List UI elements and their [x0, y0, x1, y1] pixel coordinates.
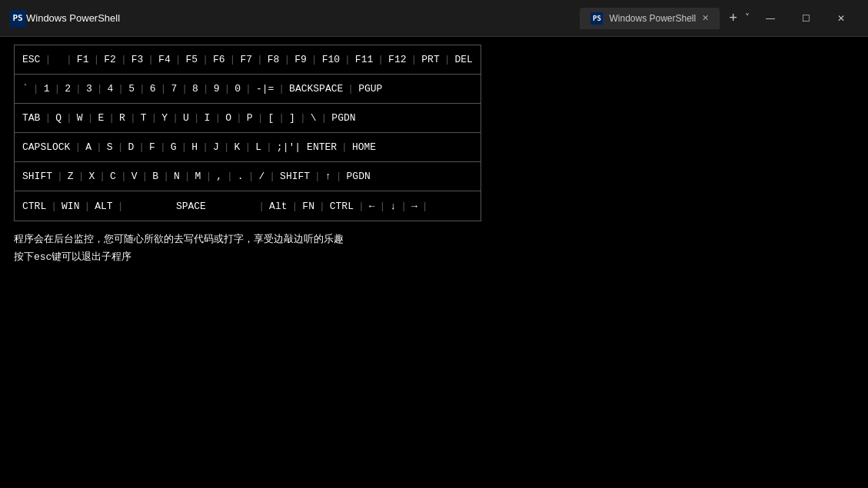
key-rshift: SHIFT [277, 171, 313, 182]
tab-dropdown-button[interactable]: ˅ [742, 12, 753, 24]
app-title: Windows PowerShell [26, 12, 572, 24]
key-e: E [95, 112, 107, 124]
key-g: G [168, 141, 180, 153]
key-f9: F9 [291, 54, 310, 65]
key-prt: PRT [418, 54, 442, 65]
key-a: A [82, 141, 95, 153]
key-rbracket: ] [286, 112, 298, 124]
key-9: 9 [211, 83, 223, 95]
key-pgdn-row3: PGDN [328, 112, 358, 124]
maximize-button[interactable]: ☐ [788, 6, 823, 31]
key-7: 7 [168, 83, 180, 95]
key-n: N [171, 171, 183, 182]
key-tab: TAB [19, 112, 43, 124]
key-enter: ENTER [304, 141, 340, 153]
keyboard-row-4: CAPSLOCK | A | S | D | F | G | H | J | K… [15, 133, 481, 162]
keyboard-row-2: ` | 1 | 2 | 3 | 4 | 5 | 6 | 7 | 8 | 9 | … [15, 75, 481, 104]
key-f5: F5 [183, 54, 201, 65]
key-capslock: CAPSLOCK [19, 141, 73, 153]
key-home: HOME [349, 141, 379, 153]
key-s: S [104, 141, 116, 153]
keyboard-row-3: TAB | Q | W | E | R | T | Y | U | I | O … [15, 104, 481, 133]
key-space: SPACE [125, 201, 257, 212]
keyboard-display: ESC | | F1 | F2 | F3 | F4 | F5 | F6 | F7… [14, 45, 481, 221]
key-win: WIN [58, 201, 82, 212]
key-ralt: Alt [266, 201, 290, 212]
key-semicolon-quote: ;|'| [274, 141, 304, 153]
key-pgdn-row5: PGDN [344, 171, 374, 182]
minimize-button[interactable]: — [753, 6, 788, 31]
terminal-window[interactable]: ESC | | F1 | F2 | F3 | F4 | F5 | F6 | F7… [0, 37, 868, 488]
key-m: M [192, 171, 205, 182]
key-right: → [408, 201, 421, 212]
key-f: F [146, 141, 158, 153]
key-minus-equals: -|= [253, 83, 277, 95]
key-q: Q [52, 112, 65, 124]
key-2: 2 [62, 83, 74, 95]
tab-close-button[interactable]: ✕ [702, 13, 709, 23]
key-8: 8 [189, 83, 201, 95]
key-c: C [107, 171, 119, 182]
tab-area: PS Windows PowerShell ✕ + ˅ [580, 8, 753, 29]
new-tab-button[interactable]: + [724, 11, 742, 26]
key-h: H [188, 141, 201, 153]
key-b: B [149, 171, 161, 182]
key-pgup: PGUP [355, 83, 385, 95]
key-w: W [74, 112, 86, 124]
key-fn: FN [299, 201, 318, 212]
key-f1: F1 [74, 54, 92, 65]
key-d: D [125, 141, 137, 153]
key-comma: , [213, 171, 225, 182]
key-f11: F11 [352, 54, 376, 65]
key-i: I [201, 112, 214, 124]
key-f3: F3 [128, 54, 147, 65]
key-backtick: ` [19, 83, 32, 95]
key-esc: ESC [19, 54, 43, 65]
status-line-2: 按下esc键可以退出子程序 [14, 248, 854, 266]
key-backspace: BACKSPACE [286, 83, 346, 95]
key-slash: / [255, 171, 268, 182]
key-lbracket: [ [264, 112, 277, 124]
key-y: Y [158, 112, 171, 124]
key-rctrl: CTRL [327, 201, 357, 212]
key-v: V [128, 171, 141, 182]
key-p: P [244, 112, 256, 124]
tab-icon: PS [590, 12, 603, 25]
status-text: 程序会在后台监控，您可随心所欲的去写代码或打字，享受边敲边听的乐趣 按下esc键… [14, 231, 854, 267]
key-f10: F10 [319, 54, 343, 65]
key-z: Z [65, 171, 77, 182]
key-f6: F6 [210, 54, 228, 65]
key-down: ↓ [387, 201, 399, 212]
key-backslash: \ [308, 112, 320, 124]
window-controls: — ☐ ✕ [753, 6, 859, 31]
key-1: 1 [41, 83, 53, 95]
keyboard-row-1: ESC | | F1 | F2 | F3 | F4 | F5 | F6 | F7… [15, 45, 481, 75]
key-f12: F12 [385, 54, 409, 65]
key-0: 0 [231, 83, 244, 95]
key-4: 4 [105, 83, 117, 95]
tab-item[interactable]: PS Windows PowerShell ✕ [580, 8, 720, 29]
key-l: L [252, 141, 264, 153]
key-up: ↑ [322, 171, 334, 182]
status-line-1: 程序会在后台监控，您可随心所欲的去写代码或打字，享受边敲边听的乐趣 [14, 231, 854, 248]
tab-label: Windows PowerShell [609, 13, 696, 24]
key-f8: F8 [264, 54, 283, 65]
titlebar: PS Windows PowerShell PS Windows PowerSh… [0, 0, 868, 37]
keyboard-row-5: SHIFT | Z | X | C | V | B | N | M | , | … [15, 162, 481, 191]
key-j: J [210, 141, 222, 153]
key-f7: F7 [237, 54, 255, 65]
key-f2: F2 [101, 54, 119, 65]
key-5: 5 [125, 83, 138, 95]
key-lshift: SHIFT [19, 171, 55, 182]
key-x: X [85, 171, 98, 182]
key-r: R [116, 112, 128, 124]
key-lalt: ALT [91, 201, 115, 212]
key-del: DEL [452, 54, 476, 65]
key-6: 6 [147, 83, 159, 95]
key-f4: F4 [155, 54, 174, 65]
close-button[interactable]: ✕ [823, 6, 859, 31]
key-period: . [234, 171, 247, 182]
key-t: T [138, 112, 150, 124]
keyboard-row-6: CTRL | WIN | ALT | SPACE | Alt | FN | CT… [15, 191, 481, 221]
key-o: O [222, 112, 234, 124]
